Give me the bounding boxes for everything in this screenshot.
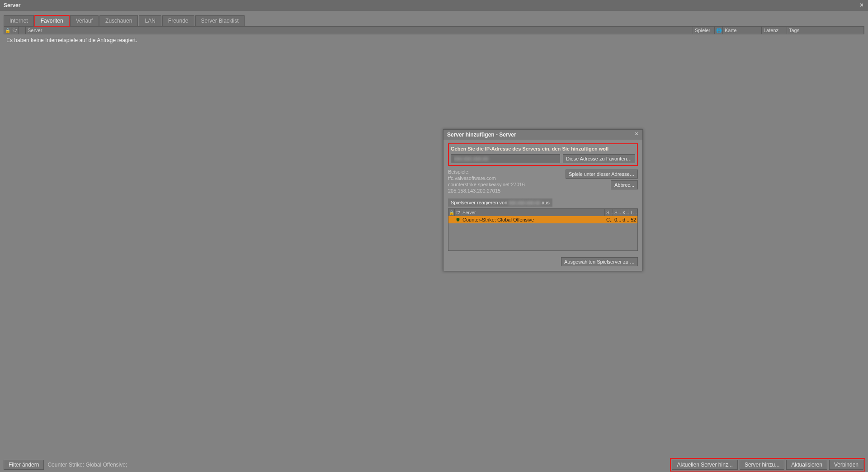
dialog-list-header: 🔒 🛡 Server S... S... K... L...: [448, 209, 637, 216]
bottom-button-group: Aktuellen Server hinz... Server hinzu...…: [671, 459, 864, 471]
dialog-server-row[interactable]: Counter-Strike: Global Offensive C... 0.…: [448, 216, 637, 223]
dialog-close-icon[interactable]: ×: [633, 131, 640, 137]
row-vac-icon: [455, 216, 461, 223]
row-k: d...: [621, 216, 629, 223]
refresh-button[interactable]: Aktualisieren: [786, 460, 827, 470]
dialog-title: Server hinzufügen - Server: [447, 132, 516, 138]
server-list-header: 🔒 🛡 Server Spieler 🌐 Karte Latenz Tags: [4, 26, 864, 34]
ip-input[interactable]: [451, 154, 560, 163]
example-2: counterstrike.speakeasy.net:27016: [448, 181, 525, 188]
inner-col-vac-icon[interactable]: 🛡: [455, 209, 461, 216]
add-selected-button[interactable]: Ausgewählten Spielserver zu Fav...: [561, 257, 638, 266]
add-favorite-button[interactable]: Diese Adresse zu Favoriten hi...: [563, 154, 635, 163]
dialog-instruction: Geben Sie die IP-Adresse des Servers ein…: [451, 146, 635, 151]
tab-verlauf[interactable]: Verlauf: [70, 15, 99, 26]
column-lock-icon[interactable]: 🔒: [4, 27, 11, 34]
row-lock-icon: [448, 216, 455, 223]
examples-block: Beispiele: tfc.valvesoftware.com counter…: [448, 169, 525, 194]
add-server-dialog: Server hinzufügen - Server × Geben Sie d…: [443, 129, 643, 271]
tab-favoriten[interactable]: Favoriten: [35, 15, 69, 26]
inner-col-k[interactable]: K...: [621, 209, 629, 216]
example-1: tfc.valvesoftware.com: [448, 175, 525, 181]
column-spieler[interactable]: Spieler: [693, 27, 715, 34]
column-latenz[interactable]: Latenz: [762, 27, 787, 34]
cancel-button[interactable]: Abbrec...: [611, 180, 638, 189]
inner-col-l[interactable]: L...: [629, 209, 637, 216]
respond-status: Spielserver reagieren von xxx.xxx.xxx.xx…: [448, 198, 552, 207]
tabs-row: Internet Favoriten Verlauf Zuschauen LAN…: [0, 11, 868, 26]
ip-entry-frame: Geben Sie die IP-Adresse des Servers ein…: [448, 143, 638, 166]
column-fav-icon[interactable]: [19, 27, 26, 34]
status-text: Counter-Strike: Global Offensive;: [47, 462, 127, 468]
column-tags[interactable]: Tags: [787, 27, 864, 34]
window-titlebar: Server ×: [0, 0, 868, 11]
row-l: 52: [629, 216, 637, 223]
server-list-body: Es haben keine Internetspiele auf die An…: [4, 34, 864, 458]
tab-lan[interactable]: LAN: [139, 15, 161, 26]
dialog-titlebar: Server hinzufügen - Server ×: [443, 130, 642, 140]
tab-blacklist[interactable]: Server-Blacklist: [195, 15, 245, 26]
dialog-server-list: 🔒 🛡 Server S... S... K... L... Counter-S…: [448, 208, 638, 251]
inner-col-lock-icon[interactable]: 🔒: [448, 209, 455, 216]
inner-col-s[interactable]: S...: [605, 209, 613, 216]
dialog-list-body: [448, 223, 637, 250]
row-s: C...: [605, 216, 613, 223]
close-icon[interactable]: ×: [858, 2, 865, 9]
examples-label: Beispiele:: [448, 169, 525, 175]
filter-button[interactable]: Filter ändern: [4, 460, 44, 470]
column-vac-icon[interactable]: 🛡: [11, 27, 19, 34]
tab-freunde[interactable]: Freunde: [162, 15, 194, 26]
column-server[interactable]: Server: [26, 27, 693, 34]
inner-col-s2[interactable]: S...: [613, 209, 621, 216]
column-karte[interactable]: Karte: [723, 27, 762, 34]
find-games-button[interactable]: Spiele unter dieser Adresse s...: [566, 170, 638, 179]
column-map-icon[interactable]: 🌐: [715, 27, 723, 34]
tab-zuschauen[interactable]: Zuschauen: [99, 15, 138, 26]
connect-button[interactable]: Verbinden: [829, 460, 863, 470]
row-server-name: Counter-Strike: Global Offensive: [461, 216, 605, 223]
add-server-button[interactable]: Server hinzu...: [740, 460, 784, 470]
tab-internet[interactable]: Internet: [4, 15, 34, 26]
row-s2: 0...: [613, 216, 621, 223]
empty-message: Es haben keine Internetspiele auf die An…: [6, 37, 862, 43]
add-current-server-button[interactable]: Aktuellen Server hinz...: [672, 460, 737, 470]
inner-col-server[interactable]: Server: [461, 209, 605, 216]
window-title: Server: [4, 2, 20, 9]
bottom-bar: Filter ändern Counter-Strike: Global Off…: [0, 458, 868, 472]
example-3: 205.158.143.200:27015: [448, 188, 525, 194]
